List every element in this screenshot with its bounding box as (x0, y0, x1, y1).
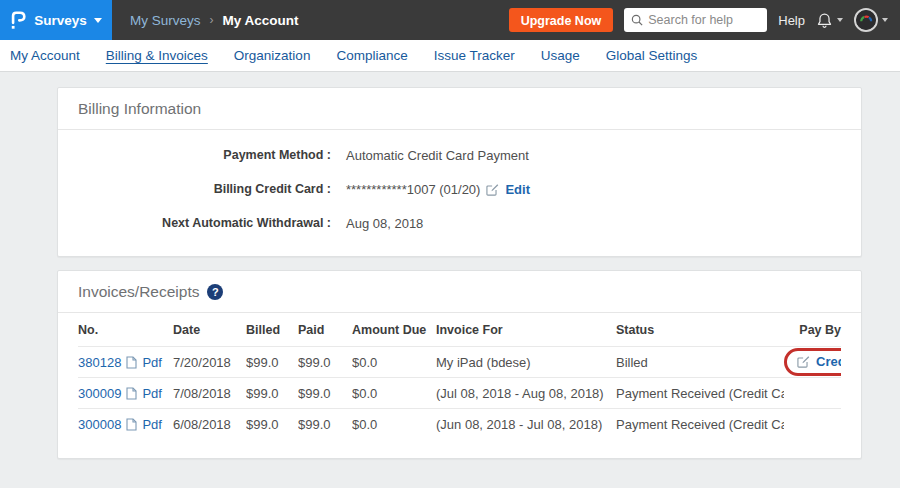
invoice-amount-due: $0.0 (352, 378, 436, 409)
invoice-billed: $99.0 (246, 378, 298, 409)
invoice-pdf-link[interactable]: Pdf (142, 386, 162, 401)
breadcrumb-separator-icon: › (210, 13, 214, 27)
invoice-pdf-link[interactable]: Pdf (142, 417, 162, 432)
tab-my-account[interactable]: My Account (10, 48, 80, 63)
col-amount-due: Amount Due (352, 313, 436, 347)
invoices-receipts-title-text: Invoices/Receipts (78, 283, 199, 301)
product-switcher-label: Surveys (34, 13, 87, 28)
payment-method-value: Automatic Credit Card Payment (346, 148, 529, 163)
invoices-receipts-title: Invoices/Receipts ? (58, 271, 861, 313)
account-nav-tabs: My Account Billing & Invoices Organizati… (0, 40, 900, 72)
breadcrumb-current-page: My Account (223, 13, 299, 28)
invoice-paid: $99.0 (298, 347, 352, 378)
billing-information-card: Billing Information Payment Method : Aut… (57, 87, 862, 257)
billing-credit-card-label: Billing Credit Card : (78, 182, 331, 196)
invoices-table-wrap: No. Date Billed Paid Amount Due Invoice … (58, 313, 861, 458)
invoice-status: Payment Received (Credit Card) (616, 409, 784, 440)
topbar-actions: Upgrade Now Help (509, 8, 900, 32)
search-icon (631, 14, 643, 26)
help-link[interactable]: Help (778, 13, 805, 28)
breadcrumb-my-surveys[interactable]: My Surveys (130, 13, 201, 28)
tab-usage[interactable]: Usage (541, 48, 580, 63)
invoice-status: Billed (616, 347, 784, 378)
chevron-down-icon (882, 18, 888, 22)
billing-information-title: Billing Information (58, 88, 861, 130)
invoice-pay-by-cell (784, 378, 841, 409)
pay-by-highlight: Credit Card (784, 348, 841, 376)
chevron-down-icon (94, 18, 102, 23)
avatar (854, 8, 878, 32)
pdf-file-icon (126, 356, 137, 369)
invoice-pay-by-cell (784, 409, 841, 440)
questionpro-logo-icon (10, 9, 27, 32)
bell-icon (816, 12, 833, 29)
edit-pencil-icon (797, 355, 810, 368)
tab-compliance[interactable]: Compliance (336, 48, 407, 63)
invoice-billed: $99.0 (246, 409, 298, 440)
invoices-header-row: No. Date Billed Paid Amount Due Invoice … (78, 313, 841, 347)
billing-credit-card-row: Billing Credit Card : ************1007 (… (78, 172, 841, 206)
payment-method-row: Payment Method : Automatic Credit Card P… (78, 138, 841, 172)
billing-information-body: Payment Method : Automatic Credit Card P… (58, 130, 861, 256)
invoice-amount-due: $0.0 (352, 347, 436, 378)
invoice-status: Payment Received (Credit Card) (616, 378, 784, 409)
invoice-date: 6/08/2018 (173, 409, 246, 440)
invoice-row: 300008 Pdf 6/08/2018 $99.0 $99.0 $0.0 (J… (78, 409, 841, 440)
tab-global-settings[interactable]: Global Settings (606, 48, 698, 63)
chevron-down-icon (837, 18, 843, 22)
invoice-for: My iPad (bdese) (436, 347, 616, 378)
upgrade-now-button[interactable]: Upgrade Now (509, 8, 614, 32)
col-status: Status (616, 313, 784, 347)
col-no: No. (78, 313, 173, 347)
invoice-date: 7/20/2018 (173, 347, 246, 378)
invoice-pdf-link[interactable]: Pdf (142, 355, 162, 370)
edit-pencil-icon (486, 183, 499, 196)
col-date: Date (173, 313, 246, 347)
billing-credit-card-value: ************1007 (01/20) (346, 182, 480, 197)
next-withdrawal-label: Next Automatic Withdrawal : (78, 216, 331, 230)
invoice-amount-due: $0.0 (352, 409, 436, 440)
invoice-paid: $99.0 (298, 409, 352, 440)
invoice-number-link[interactable]: 300008 (78, 417, 121, 432)
invoice-for: (Jul 08, 2018 - Aug 08, 2018) (436, 378, 616, 409)
help-search-input[interactable] (648, 13, 760, 27)
invoice-row: 300009 Pdf 7/08/2018 $99.0 $99.0 $0.0 (J… (78, 378, 841, 409)
invoice-pay-by-cell: Credit Card (784, 347, 841, 378)
pdf-file-icon (126, 418, 137, 431)
product-switcher[interactable]: Surveys (0, 0, 112, 40)
help-question-icon[interactable]: ? (207, 284, 223, 300)
main-content: Billing Information Payment Method : Aut… (0, 72, 900, 459)
tab-organization[interactable]: Organization (234, 48, 311, 63)
pdf-file-icon (126, 387, 137, 400)
invoices-table: No. Date Billed Paid Amount Due Invoice … (78, 313, 841, 440)
topbar: Surveys My Surveys › My Account Upgrade … (0, 0, 900, 40)
col-billed: Billed (246, 313, 298, 347)
pay-by-credit-card-link[interactable]: Credit Card (816, 354, 841, 369)
invoices-receipts-card: Invoices/Receipts ? No. Date Billed Paid… (57, 270, 862, 459)
invoice-billed: $99.0 (246, 347, 298, 378)
invoice-paid: $99.0 (298, 378, 352, 409)
invoice-date: 7/08/2018 (173, 378, 246, 409)
col-invoice-for: Invoice For (436, 313, 616, 347)
invoice-number-link[interactable]: 380128 (78, 355, 121, 370)
help-search (624, 8, 767, 32)
tab-billing-invoices[interactable]: Billing & Invoices (106, 48, 208, 63)
col-paid: Paid (298, 313, 352, 347)
tab-issue-tracker[interactable]: Issue Tracker (434, 48, 515, 63)
col-pay-by: Pay By (784, 313, 841, 347)
notifications-button[interactable] (816, 12, 843, 29)
breadcrumb: My Surveys › My Account (130, 13, 299, 28)
payment-method-label: Payment Method : (78, 148, 331, 162)
invoice-number-link[interactable]: 300009 (78, 386, 121, 401)
next-withdrawal-row: Next Automatic Withdrawal : Aug 08, 2018 (78, 206, 841, 240)
next-withdrawal-value: Aug 08, 2018 (346, 216, 423, 231)
edit-credit-card-link[interactable]: Edit (505, 182, 530, 197)
invoice-for: (Jun 08, 2018 - Jul 08, 2018) (436, 409, 616, 440)
invoice-row: 380128 Pdf 7/20/2018 $99.0 $99.0 $0.0 My… (78, 347, 841, 378)
account-menu[interactable] (854, 8, 888, 32)
